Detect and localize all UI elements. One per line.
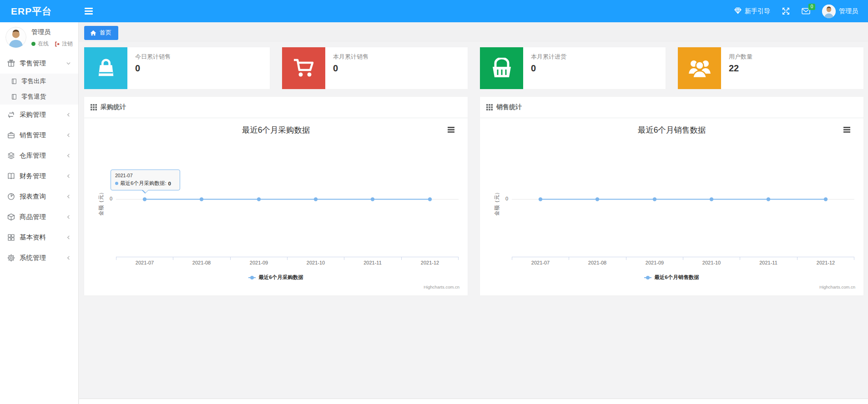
- logout-icon: [55, 41, 60, 47]
- stat-value: 0: [333, 63, 368, 74]
- chevron-down-icon: [66, 61, 71, 66]
- purchase-chart: 最近6个月采购数据 金额（元） 0 2021-07 2021-08 2021-0…: [84, 118, 468, 295]
- stat-value: 22: [729, 63, 752, 74]
- avatar[interactable]: [5, 27, 26, 48]
- user-name: 管理员: [31, 28, 73, 36]
- y-axis-tick: 0: [102, 196, 112, 201]
- legend-item[interactable]: 最近6个月销售数据: [480, 274, 863, 281]
- sidebar-item-retail-return[interactable]: 零售退货: [0, 89, 78, 105]
- panel-title: 销售统计: [496, 103, 522, 111]
- retail-submenu: 零售出库 零售退货: [0, 74, 78, 105]
- stat-cards-row: 今日累计销售 0 本月累计销售 0: [84, 47, 863, 89]
- sidebar-item-finance[interactable]: 财务管理: [0, 166, 78, 186]
- messages-button[interactable]: 0: [802, 8, 810, 15]
- package-icon: [7, 213, 15, 221]
- sidebar-item-label: 零售管理: [20, 59, 46, 68]
- journal-icon: [11, 78, 17, 85]
- sidebar-item-label: 系统管理: [20, 254, 46, 262]
- sidebar-item-retail[interactable]: 零售管理: [0, 53, 78, 74]
- avatar: [822, 5, 836, 18]
- panel-title: 采购统计: [101, 103, 126, 111]
- x-axis-label: 2021-07: [117, 260, 172, 265]
- sidebar-item-label: 采购管理: [20, 110, 46, 119]
- y-axis-title: 金额（元）: [98, 190, 105, 216]
- chevron-left-icon: [66, 255, 71, 260]
- sidebar-item-label: 仓库管理: [20, 151, 46, 160]
- sidebar-subitem-label: 零售退货: [21, 93, 46, 101]
- line-series[interactable]: [512, 195, 854, 203]
- briefcase-icon: [7, 131, 15, 139]
- x-axis-label: 2021-07: [513, 260, 568, 265]
- sidebar-item-label: 报表查询: [20, 192, 46, 201]
- top-navbar: ERP平台 新手引导 0: [0, 0, 868, 22]
- pie-chart-icon: [7, 193, 15, 200]
- app-logo[interactable]: ERP平台: [11, 5, 52, 18]
- chart-title: 最近6个月采购数据: [84, 125, 468, 135]
- guide-label: 新手引导: [745, 7, 770, 15]
- sidebar-item-purchase[interactable]: 采购管理: [0, 105, 78, 125]
- highcharts-credits-link[interactable]: Highcharts.com.cn: [424, 284, 459, 289]
- sidebar-item-label: 财务管理: [20, 172, 46, 180]
- sidebar-toggle-icon[interactable]: [85, 8, 93, 15]
- sidebar-item-label: 销售管理: [20, 131, 46, 140]
- fullscreen-button[interactable]: [782, 7, 790, 15]
- tooltip-value: 0: [168, 181, 171, 186]
- sidebar-item-label: 商品管理: [20, 213, 46, 221]
- legend-marker-icon: [644, 275, 651, 279]
- tab-home[interactable]: 首页: [84, 26, 118, 40]
- y-axis-title: 金额（元）: [494, 190, 500, 216]
- chevron-left-icon: [66, 214, 71, 219]
- chevron-left-icon: [66, 153, 71, 158]
- x-axis-label: 2021-08: [174, 260, 229, 265]
- logout-button[interactable]: 注销: [55, 40, 73, 48]
- sidebar-item-retail-outbound[interactable]: 零售出库: [0, 74, 78, 89]
- y-axis-tick: 0: [498, 196, 508, 201]
- home-icon: [90, 30, 96, 36]
- stat-label: 本月累计销售: [333, 53, 368, 61]
- sidebar-item-products[interactable]: 商品管理: [0, 207, 78, 227]
- guide-button[interactable]: 新手引导: [734, 7, 770, 15]
- stat-value: 0: [531, 63, 566, 74]
- sidebar-item-basic-data[interactable]: 基本资料: [0, 227, 78, 248]
- stat-label: 本月累计进货: [531, 53, 566, 61]
- gift-icon: [7, 60, 15, 67]
- purchase-stats-panel: 采购统计 最近6个月采购数据 金额（元） 0 2021-07 2021-08: [84, 97, 468, 295]
- stat-value: 0: [135, 63, 171, 74]
- legend-label: 最近6个月采购数据: [258, 274, 303, 281]
- open-book-icon: [7, 172, 15, 180]
- sidebar-item-warehouse[interactable]: 仓库管理: [0, 145, 78, 166]
- online-dot-icon: [31, 42, 35, 46]
- gem-icon: [734, 7, 742, 15]
- sidebar-subitem-label: 零售出库: [21, 77, 46, 85]
- sidebar-item-reports[interactable]: 报表查询: [0, 186, 78, 207]
- highcharts-credits-link[interactable]: Highcharts.com.cn: [819, 284, 855, 289]
- sidebar-item-label: 基本资料: [20, 233, 46, 242]
- stat-label: 用户数量: [729, 53, 752, 61]
- user-menu[interactable]: 管理员: [822, 5, 858, 18]
- legend-item[interactable]: 最近6个月采购数据: [84, 274, 468, 281]
- sidebar-item-sales[interactable]: 销售管理: [0, 125, 78, 145]
- chart-title: 最近6个月销售数据: [480, 125, 863, 135]
- sidebar-item-system[interactable]: 系统管理: [0, 248, 78, 268]
- main-content: 首页 今日累计销售 0: [79, 22, 868, 404]
- sidebar: 管理员 在线 注销 零售管理: [0, 22, 79, 404]
- x-axis-label: 2021-08: [570, 260, 625, 265]
- stat-label: 今日累计销售: [135, 53, 171, 61]
- gear-icon: [7, 254, 15, 262]
- mail-badge: 0: [808, 4, 815, 10]
- chart-menu-button[interactable]: [842, 125, 852, 134]
- tab-bar: 首页: [79, 22, 868, 41]
- repeat-icon: [7, 111, 15, 119]
- chevron-left-icon: [66, 174, 71, 179]
- x-axis-label: 2021-10: [288, 260, 343, 265]
- chevron-left-icon: [66, 235, 71, 240]
- stat-card-today-sales: 今日累计销售 0: [84, 47, 270, 89]
- x-axis-label: 2021-11: [345, 260, 400, 265]
- chart-menu-button[interactable]: [446, 125, 456, 134]
- footer-divider: [79, 399, 868, 404]
- x-axis-label: 2021-09: [627, 260, 682, 265]
- chart-tooltip: 2021-07 最近6个月采购数据: 0: [111, 170, 180, 190]
- line-series[interactable]: [116, 195, 459, 203]
- shopping-cart-icon: [282, 47, 325, 89]
- x-axis-label: 2021-10: [684, 260, 739, 265]
